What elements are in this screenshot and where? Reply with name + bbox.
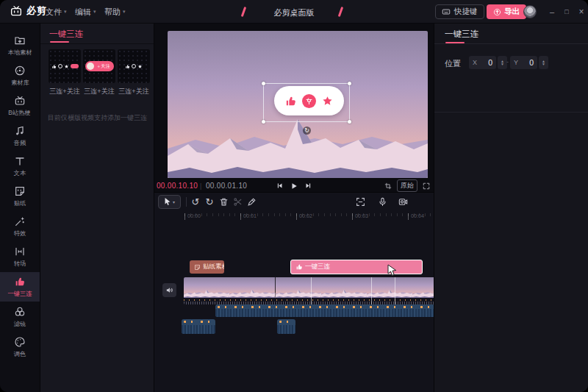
menu-edit[interactable]: 编辑▾ [75, 0, 96, 24]
compass-icon [14, 65, 26, 76]
sanlian-clip-selected[interactable]: 一键三连 [290, 260, 423, 274]
scissors-icon [233, 197, 243, 207]
card-label: 三连+关注 [118, 87, 149, 96]
redo-button[interactable]: ↻ [204, 196, 215, 207]
sidebar-item-transition[interactable]: 转场 [0, 242, 40, 271]
undo-button[interactable]: ↺ [190, 196, 201, 207]
maximize-button[interactable]: □ [560, 0, 573, 24]
resize-handle[interactable] [348, 120, 351, 124]
audio-clip[interactable] [182, 319, 215, 334]
resize-handle[interactable] [262, 82, 265, 85]
next-frame-button[interactable] [305, 182, 312, 189]
user-avatar[interactable] [523, 5, 537, 18]
track-mute-button[interactable] [162, 283, 176, 297]
delete-button[interactable] [218, 196, 229, 207]
upload-icon [493, 8, 501, 16]
panel-hint-text: 目前仅横版视频支持添加一键三连 [43, 113, 151, 122]
left-panel-tabrow: 一键三连 [40, 24, 154, 44]
menu-help[interactable]: 帮助▾ [104, 0, 126, 24]
thumbs-up-icon [14, 276, 26, 288]
shortcut-button[interactable]: 快捷键 [435, 4, 484, 19]
logo-icon [10, 4, 23, 18]
play-button[interactable] [290, 182, 298, 190]
camera-icon [398, 197, 408, 207]
fullscreen-icon[interactable] [423, 182, 430, 190]
export-button[interactable]: 导出 [487, 4, 526, 19]
crop-icon[interactable] [384, 182, 392, 190]
step-down-icon[interactable]: ▼ [501, 63, 504, 65]
sticker-clip[interactable]: 贴纸素材 [190, 260, 224, 274]
left-panel: 一键三连 ＋关注 [40, 24, 154, 392]
left-panel-tab[interactable]: 一键三连 [49, 29, 83, 40]
card-preview [49, 49, 81, 83]
position-row: 位置 X 0 ▲▼ - Y 0 ▲▼ [434, 54, 588, 71]
ruler-label: 00:04 [411, 213, 424, 218]
card-label: 三连+关注 [84, 87, 115, 96]
sticker-icon [14, 185, 26, 197]
properties-panel: 一键三连 位置 X 0 ▲▼ - Y 0 ▲▼ [434, 24, 588, 392]
smart-recognition-button[interactable] [354, 196, 366, 207]
sidebar-item-audio[interactable]: 音频 [0, 121, 40, 151]
star-icon [64, 64, 69, 69]
y-stepper[interactable]: ▲▼ [539, 56, 548, 69]
tab-underline [50, 41, 69, 43]
audio-clip[interactable] [215, 304, 468, 317]
step-down-icon[interactable]: ▼ [542, 63, 545, 65]
playback-bar: 00.00.10.10 | 00.00.01.10 原始 [154, 179, 434, 192]
sidebar-item-filter[interactable]: 滤镜 [0, 302, 40, 332]
sanlian-card-2[interactable]: ＋关注 [83, 49, 115, 83]
xy-separator: - [506, 58, 509, 65]
current-timecode: 00.00.10.10 [157, 182, 198, 190]
chevron-down-icon: ▾ [173, 199, 175, 204]
sidebar-item-color[interactable]: 调色 [0, 332, 40, 362]
video-canvas[interactable]: ↻ [168, 31, 428, 178]
pen-icon [247, 197, 257, 207]
selection-box[interactable]: ↻ [263, 83, 350, 122]
panel-divider [434, 112, 588, 113]
sticker-icon [194, 264, 201, 271]
minimize-button[interactable]: – [545, 0, 559, 24]
palette-icon [14, 336, 26, 348]
title-slash-right [338, 7, 344, 17]
title-slash-left [241, 7, 247, 17]
select-tool-button[interactable]: ▾ [158, 195, 181, 209]
sidebar-item-local-media[interactable]: 本地素材 [0, 31, 40, 60]
sidebar-item-text[interactable]: 文本 [0, 152, 40, 181]
sidebar-item-b-trends[interactable]: B站热梗 [0, 91, 40, 121]
coin-icon [132, 64, 136, 68]
resize-handle[interactable] [348, 82, 351, 85]
position-x-input[interactable]: X 0 [469, 56, 496, 69]
scan-text-icon [356, 197, 365, 207]
chevron-down-icon: ▾ [123, 9, 126, 15]
record-voice-button[interactable] [376, 196, 388, 207]
close-button[interactable]: × [575, 0, 588, 24]
marker-button[interactable] [245, 196, 257, 207]
speaker-icon [165, 286, 173, 294]
original-size-button[interactable]: 原始 [397, 179, 417, 192]
trash-icon [219, 197, 229, 207]
thumbs-up-icon [295, 263, 303, 271]
transition-icon [14, 246, 26, 257]
sidebar-item-effects[interactable]: 特效 [0, 212, 40, 241]
sanlian-card-3[interactable] [118, 49, 150, 83]
rotate-handle[interactable]: ↻ [303, 126, 311, 135]
sidebar-item-library[interactable]: 素材库 [0, 61, 40, 90]
tv-icon [14, 95, 26, 107]
preview-area: ↻ 00.00.10.10 | 00.00.01.10 原始 [154, 24, 434, 192]
audio-clip[interactable] [277, 319, 295, 334]
previous-frame-button[interactable] [276, 182, 283, 189]
follow-pill-icon [71, 64, 79, 68]
timecode-divider: | [200, 182, 201, 190]
record-screen-button[interactable] [397, 196, 409, 207]
sidebar-item-sticker[interactable]: 贴纸 [0, 182, 40, 211]
sanlian-card-1[interactable] [49, 49, 81, 83]
properties-tab[interactable]: 一键三连 [445, 29, 478, 40]
sidebar-item-sanlian[interactable]: 一键三连 [0, 272, 40, 302]
cursor-icon [164, 198, 171, 206]
music-note-icon [14, 125, 26, 137]
split-clip-button[interactable] [232, 196, 243, 207]
resize-handle[interactable] [262, 120, 265, 124]
follow-badge: ＋关注 [85, 61, 114, 71]
position-y-input[interactable]: Y 0 [510, 56, 537, 69]
menu-file[interactable]: 文件▾ [46, 0, 67, 24]
